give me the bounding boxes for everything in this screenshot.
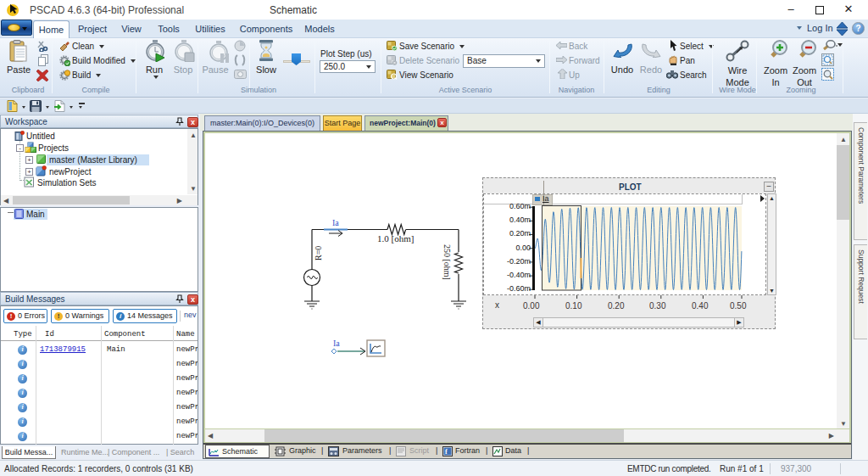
svg-text:250 [ohm]: 250 [ohm] (442, 244, 452, 280)
svg-text:1.0 [ohm]: 1.0 [ohm] (377, 233, 414, 244)
svg-text:R=0: R=0 (314, 246, 323, 260)
svg-text:Ia: Ia (333, 339, 340, 348)
svg-text:f: f (445, 448, 448, 456)
svg-text:Ia: Ia (332, 218, 339, 227)
